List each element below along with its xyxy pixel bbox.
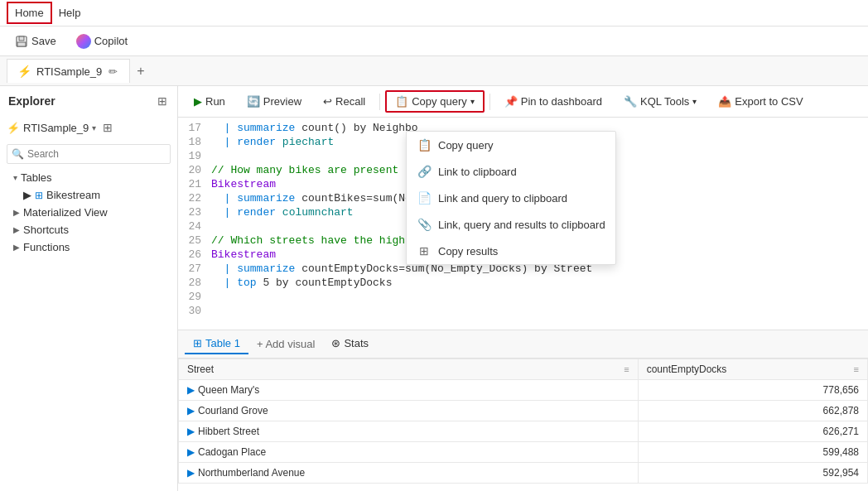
count-header: countEmptyDocks ≡ bbox=[638, 359, 867, 380]
street-cell: ▶Northumberland Avenue bbox=[179, 463, 639, 484]
dropdown-item-copy-query[interactable]: 📋 Copy query bbox=[407, 132, 615, 158]
row-expand-1[interactable]: ▶ bbox=[187, 384, 195, 396]
stats-icon: ⊛ bbox=[331, 337, 340, 349]
kql-tools-icon: 🔧 bbox=[624, 95, 637, 108]
results-tab-table1[interactable]: ⊞ Table 1 bbox=[185, 334, 248, 354]
db-expand-button[interactable]: ⊞ bbox=[101, 119, 114, 136]
dropdown-item-copy-results[interactable]: ⊞ Copy results bbox=[407, 238, 615, 264]
tab-add-button[interactable]: + bbox=[130, 60, 151, 82]
menu-bar: Home Help bbox=[0, 0, 868, 26]
row-expand-3[interactable]: ▶ bbox=[187, 426, 195, 437]
copilot-label: Copilot bbox=[94, 35, 128, 47]
dropdown-item-copy-query-label: Copy query bbox=[438, 139, 493, 152]
sidebar-item-materialized-view[interactable]: ▶ Materialized View bbox=[0, 204, 177, 221]
preview-icon: 🔄 bbox=[247, 95, 260, 108]
bikestream-label: Bikestream bbox=[46, 189, 100, 201]
action-toolbar: ▶ Run 🔄 Preview ↩ Recall 📋 Copy query ▾ … bbox=[178, 86, 868, 118]
bikestream-table-icon: ⊞ bbox=[35, 190, 43, 201]
count-cell: 626,271 bbox=[638, 421, 867, 442]
dropdown-item-link-clipboard[interactable]: 🔗 Link to clipboard bbox=[407, 158, 615, 185]
table-row: ▶Courland Grove 662,878 bbox=[179, 401, 868, 421]
copy-query-dropdown-icon: ▾ bbox=[470, 97, 475, 106]
recall-button[interactable]: ↩ Recall bbox=[314, 91, 374, 112]
results-tabs: ⊞ Table 1 + Add visual ⊛ Stats bbox=[178, 330, 868, 359]
explorer-title: Explorer bbox=[8, 94, 55, 108]
tab-name: RTISample_9 bbox=[36, 65, 102, 78]
row-expand-5[interactable]: ▶ bbox=[187, 467, 195, 479]
separator-1 bbox=[379, 94, 380, 110]
table1-icon: ⊞ bbox=[193, 337, 202, 349]
sidebar-db-section: ⚡ RTISample_9 ▾ ⊞ bbox=[0, 116, 177, 139]
code-line-28: 28 | top 5 by countEmptyDocks bbox=[178, 276, 868, 290]
table-row: ▶Queen Mary's 778,656 bbox=[179, 380, 868, 401]
functions-chevron-icon: ▶ bbox=[13, 243, 20, 252]
row-expand-2[interactable]: ▶ bbox=[187, 405, 195, 416]
copy-query-icon: 📋 bbox=[395, 95, 408, 108]
count-cell: 662,878 bbox=[638, 401, 867, 421]
search-box: 🔍 bbox=[7, 144, 171, 164]
street-cell: ▶Queen Mary's bbox=[179, 380, 639, 401]
pin-to-dashboard-button[interactable]: 📌 Pin to dashboard bbox=[495, 91, 611, 112]
svg-rect-2 bbox=[17, 42, 26, 46]
street-filter-icon[interactable]: ≡ bbox=[624, 364, 629, 374]
copy-query-label: Copy query bbox=[412, 95, 466, 108]
stats-label: Stats bbox=[344, 337, 369, 349]
save-button[interactable]: Save bbox=[8, 31, 63, 51]
materialized-view-label: Materialized View bbox=[23, 206, 108, 219]
sidebar-header-icons: ⊞ bbox=[156, 93, 169, 109]
db-name[interactable]: RTISample_9 bbox=[23, 122, 89, 134]
table-row: ▶Hibbert Street 626,271 bbox=[179, 421, 868, 442]
sidebar: Explorer ⊞ ⚡ RTISample_9 ▾ ⊞ 🔍 ▾ Tables … bbox=[0, 86, 178, 491]
row-expand-4[interactable]: ▶ bbox=[187, 446, 195, 458]
recall-icon: ↩ bbox=[323, 95, 332, 108]
export-csv-button[interactable]: 📤 Export to CSV bbox=[709, 91, 812, 112]
run-button[interactable]: ▶ Run bbox=[185, 91, 234, 112]
search-input[interactable] bbox=[7, 144, 171, 164]
copilot-button[interactable]: Copilot bbox=[70, 31, 134, 52]
main-toolbar: Save Copilot bbox=[0, 26, 868, 56]
tab-edit-button[interactable]: ✏ bbox=[107, 65, 119, 78]
shortcuts-chevron-icon: ▶ bbox=[13, 225, 20, 234]
table-header-row: Street ≡ countEmptyDocks ≡ bbox=[179, 359, 868, 380]
add-visual-button[interactable]: + Add visual bbox=[252, 335, 320, 354]
dropdown-item-link-query-clipboard[interactable]: 📄 Link and query to clipboard bbox=[407, 185, 615, 211]
bikestream-chevron-icon: ▶ bbox=[23, 189, 31, 201]
sidebar-item-bikestream[interactable]: ▶ ⊞ Bikestream bbox=[0, 186, 177, 204]
copy-query-item-icon: 📋 bbox=[417, 138, 432, 152]
search-icon: 🔍 bbox=[12, 148, 24, 160]
copy-results-icon: ⊞ bbox=[417, 244, 432, 258]
menu-help[interactable]: Help bbox=[52, 3, 88, 22]
pin-label: Pin to dashboard bbox=[521, 95, 602, 108]
dropdown-item-copy-results-label: Copy results bbox=[438, 245, 498, 258]
tab-db-icon: ⚡ bbox=[17, 65, 31, 78]
kql-tools-button[interactable]: 🔧 KQL Tools ▾ bbox=[615, 91, 706, 112]
results-table: Street ≡ countEmptyDocks ≡ bbox=[178, 359, 868, 491]
copy-query-dropdown: 📋 Copy query 🔗 Link to clipboard 📄 Link … bbox=[406, 131, 616, 265]
results-tab-stats[interactable]: ⊛ Stats bbox=[323, 334, 377, 354]
sidebar-item-functions[interactable]: ▶ Functions bbox=[0, 238, 177, 256]
sidebar-item-tables[interactable]: ▾ Tables bbox=[0, 169, 177, 186]
matview-chevron-icon: ▶ bbox=[13, 208, 20, 217]
tab-rtisample[interactable]: ⚡ RTISample_9 ✏ bbox=[7, 59, 130, 83]
count-filter-icon[interactable]: ≡ bbox=[854, 364, 859, 374]
dropdown-item-link-query-label: Link and query to clipboard bbox=[438, 192, 567, 205]
link-query-icon: 📄 bbox=[417, 191, 432, 205]
svg-rect-1 bbox=[19, 36, 24, 41]
export-label: Export to CSV bbox=[735, 95, 803, 108]
sidebar-header: Explorer ⊞ bbox=[0, 86, 177, 116]
street-cell: ▶Cadogan Place bbox=[179, 442, 639, 463]
separator-2 bbox=[489, 94, 490, 110]
dropdown-item-link-label: Link to clipboard bbox=[438, 166, 517, 178]
menu-home[interactable]: Home bbox=[7, 2, 52, 24]
preview-label: Preview bbox=[263, 95, 301, 108]
street-cell: ▶Hibbert Street bbox=[179, 421, 639, 442]
sidebar-expand-button[interactable]: ⊞ bbox=[156, 93, 169, 109]
preview-button[interactable]: 🔄 Preview bbox=[238, 91, 311, 112]
table-row: ▶Cadogan Place 599,488 bbox=[179, 442, 868, 463]
dropdown-item-link-query-results[interactable]: 📎 Link, query and results to clipboard bbox=[407, 211, 615, 238]
sidebar-item-shortcuts[interactable]: ▶ Shortcuts bbox=[0, 221, 177, 238]
table1-label: Table 1 bbox=[205, 337, 240, 349]
save-icon bbox=[15, 35, 28, 48]
copy-query-button[interactable]: 📋 Copy query ▾ bbox=[385, 90, 484, 113]
db-icon: ⚡ bbox=[7, 122, 20, 134]
